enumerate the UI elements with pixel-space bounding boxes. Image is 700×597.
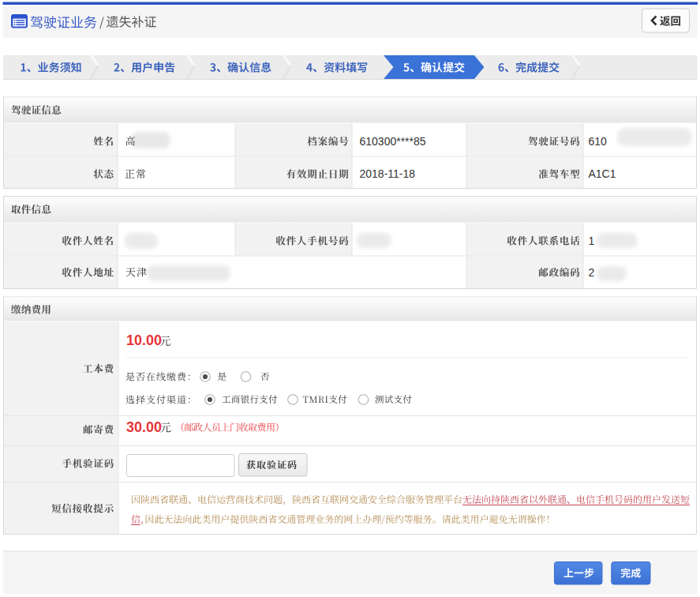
svg-text:610300****85: 610300****85 [360,135,426,148]
svg-text:10.00: 10.00 [126,332,162,348]
svg-text:1: 1 [589,235,595,247]
svg-text:2018-11-18: 2018-11-18 [360,167,416,180]
svg-text:2: 2 [589,266,595,279]
svg-text:A1C1: A1C1 [589,167,616,180]
svg-text:610: 610 [589,135,608,148]
svg-text:30.00: 30.00 [126,419,162,435]
